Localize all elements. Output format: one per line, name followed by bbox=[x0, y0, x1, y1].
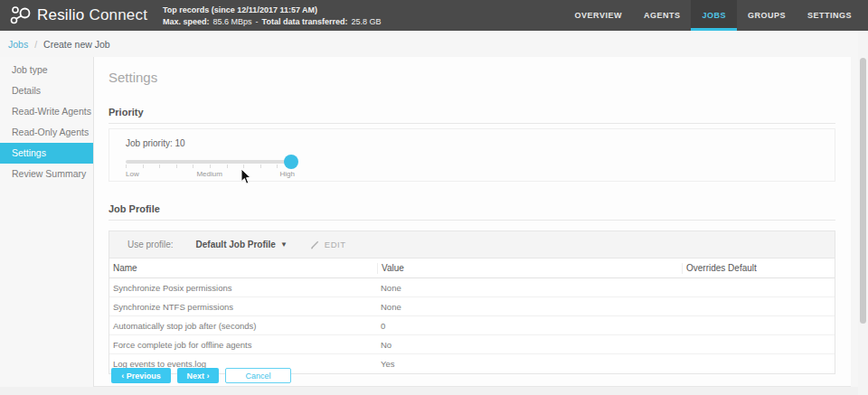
setting-value: No bbox=[377, 340, 682, 350]
sidebar-item-read-only-agents[interactable]: Read-Only Agents bbox=[0, 122, 93, 143]
max-speed-value: 85.6 MBps bbox=[213, 17, 252, 26]
profile-dropdown[interactable]: Default Job Profile ▼ bbox=[196, 240, 288, 249]
breadcrumb-current: Create new Job bbox=[43, 39, 110, 50]
slider-ticks bbox=[126, 165, 295, 168]
total-transferred-label: Total data transferred: bbox=[262, 17, 348, 26]
priority-box: Job priority: 10 Low Medium High bbox=[108, 128, 835, 182]
settings-panel: Settings Priority Job priority: 10 Low M… bbox=[93, 57, 851, 387]
table-row: Force complete job for offline agents No bbox=[109, 335, 835, 354]
nav-tab-jobs[interactable]: JOBS bbox=[691, 0, 737, 31]
nav-tab-settings[interactable]: SETTINGS bbox=[797, 0, 863, 31]
page-title: Settings bbox=[108, 57, 835, 85]
total-transferred-value: 25.8 GB bbox=[351, 17, 381, 26]
resilio-logo-icon bbox=[9, 5, 31, 26]
setting-name: Synchronize NTFS permissions bbox=[109, 302, 377, 312]
top-bar: Resilio Connect Top records (since 12/11… bbox=[0, 0, 868, 31]
sidebar-item-details[interactable]: Details bbox=[0, 80, 93, 101]
sidebar-item-review-summary[interactable]: Review Summary bbox=[0, 164, 93, 184]
job-priority-label: Job priority: 10 bbox=[126, 138, 835, 148]
slider-labels: Low Medium High bbox=[126, 170, 295, 178]
setting-value: None bbox=[377, 302, 682, 312]
sidebar-item-read-write-agents[interactable]: Read-Write Agents bbox=[0, 101, 93, 122]
priority-slider[interactable]: Low Medium High bbox=[126, 160, 295, 178]
slider-label-medium: Medium bbox=[196, 170, 222, 178]
brand-suffix: Connect bbox=[89, 6, 147, 24]
main-nav: OVERVIEW AGENTS JOBS GROUPS SETTINGS bbox=[564, 0, 868, 31]
setting-name: Automatically stop job after (seconds) bbox=[109, 321, 377, 331]
edit-profile-button[interactable]: EDIT bbox=[310, 240, 346, 249]
wizard-step-sidebar: Job type Details Read-Write Agents Read-… bbox=[0, 57, 93, 387]
use-profile-row: Use profile: Default Job Profile ▼ EDIT bbox=[109, 231, 835, 259]
priority-heading: Priority bbox=[108, 107, 835, 118]
nav-tab-groups[interactable]: GROUPS bbox=[737, 0, 797, 31]
table-row: Synchronize Posix permissions None bbox=[109, 278, 835, 297]
job-profile-box: Use profile: Default Job Profile ▼ EDIT … bbox=[108, 230, 835, 374]
setting-value: 0 bbox=[377, 321, 682, 331]
job-profile-heading: Job Profile bbox=[108, 203, 835, 214]
max-speed-label: Max. speed: bbox=[163, 17, 210, 26]
use-profile-label: Use profile: bbox=[127, 240, 174, 249]
table-row: Synchronize NTFS permissions None bbox=[109, 297, 835, 316]
setting-name: Force complete job for offline agents bbox=[109, 340, 377, 350]
slider-handle[interactable] bbox=[284, 155, 298, 169]
sidebar-item-job-type[interactable]: Job type bbox=[0, 60, 93, 80]
breadcrumb-separator: / bbox=[34, 39, 37, 50]
slider-label-high: High bbox=[280, 170, 295, 178]
nav-tab-overview[interactable]: OVERVIEW bbox=[564, 0, 633, 31]
chevron-down-icon: ▼ bbox=[280, 240, 288, 249]
setting-name: Synchronize Posix permissions bbox=[109, 283, 377, 293]
breadcrumb-jobs-link[interactable]: Jobs bbox=[8, 39, 28, 50]
profile-table-header: Name Value Overrides Default bbox=[109, 259, 835, 278]
stats-separator: - bbox=[256, 17, 259, 26]
breadcrumb: Jobs / Create new Job bbox=[0, 31, 868, 57]
setting-value: Yes bbox=[377, 359, 682, 369]
setting-value: None bbox=[377, 283, 682, 293]
brand-name: Resilio bbox=[37, 6, 84, 24]
slider-track[interactable] bbox=[126, 160, 295, 164]
table-row: Automatically stop job after (seconds) 0 bbox=[109, 316, 835, 335]
top-records-stats: Top records (since 12/11/2017 11:57 AM) … bbox=[156, 0, 381, 31]
column-header-overrides-default: Overrides Default bbox=[682, 263, 835, 274]
edit-label: EDIT bbox=[325, 240, 346, 249]
pencil-icon bbox=[310, 240, 320, 249]
column-header-value: Value bbox=[377, 263, 682, 274]
wizard-footer: ‹ Previous Next › Cancel bbox=[111, 368, 291, 383]
previous-button[interactable]: ‹ Previous bbox=[111, 368, 171, 383]
sidebar-item-settings[interactable]: Settings bbox=[0, 143, 93, 164]
selected-profile: Default Job Profile bbox=[196, 240, 276, 249]
slider-label-low: Low bbox=[126, 170, 139, 178]
top-records-line: Top records (since 12/11/2017 11:57 AM) bbox=[163, 5, 381, 14]
priority-divider bbox=[108, 123, 835, 124]
job-profile-divider bbox=[108, 220, 835, 221]
column-header-name: Name bbox=[109, 263, 377, 273]
next-button[interactable]: Next › bbox=[177, 368, 219, 383]
nav-tab-agents[interactable]: AGENTS bbox=[633, 0, 692, 31]
cancel-button[interactable]: Cancel bbox=[225, 368, 291, 383]
brand[interactable]: Resilio Connect bbox=[0, 0, 156, 31]
page-scrollbar-thumb[interactable] bbox=[860, 58, 866, 324]
